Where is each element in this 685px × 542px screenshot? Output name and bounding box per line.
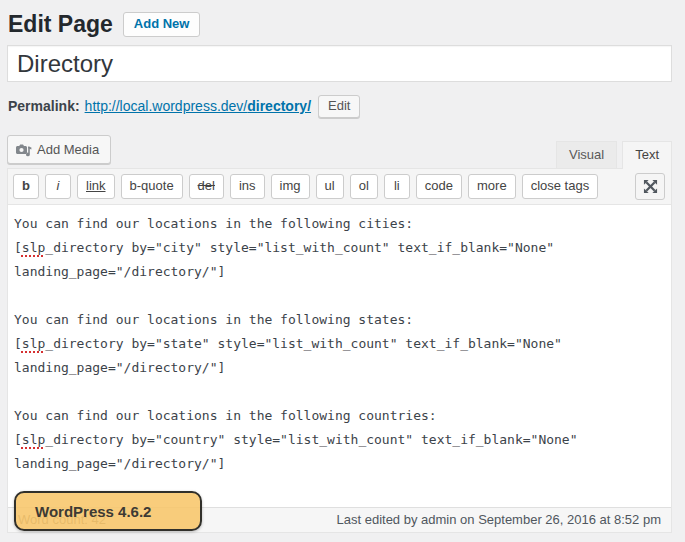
tab-text[interactable]: Text: [622, 141, 672, 169]
quicktag-b-quote[interactable]: b-quote: [121, 174, 183, 199]
editor-tools: Add Media VisualText: [7, 135, 672, 168]
edit-permalink-button[interactable]: Edit: [318, 95, 360, 118]
quicktag-img[interactable]: img: [271, 174, 310, 199]
edit-page-screen: Edit Page Add New Permalink: http://loca…: [0, 0, 685, 533]
wordpress-version-badge: WordPress 4.6.2: [14, 491, 202, 531]
tab-visual[interactable]: Visual: [556, 141, 617, 169]
quicktags-toolbar: bilinkb-quotedelinsimgulollicodemoreclos…: [8, 169, 671, 204]
page-title: Edit Page: [8, 10, 113, 38]
quicktag-code[interactable]: code: [416, 174, 462, 199]
quicktag-del[interactable]: del: [189, 174, 224, 199]
post-title-input[interactable]: [7, 45, 672, 82]
permalink-row: Permalink: http://local.wordpress.dev/di…: [8, 94, 672, 118]
page-header: Edit Page Add New: [7, 9, 672, 45]
add-media-button[interactable]: Add Media: [7, 135, 111, 164]
quicktag-ol[interactable]: ol: [350, 174, 378, 199]
permalink-url-prefix: http://local.wordpress.dev/: [85, 98, 248, 114]
add-new-button[interactable]: Add New: [123, 12, 201, 37]
quicktag-close-tags[interactable]: close tags: [522, 174, 599, 199]
quicktag-b[interactable]: b: [13, 174, 39, 199]
quicktag-link[interactable]: link: [77, 174, 115, 199]
fullscreen-icon: [643, 179, 658, 194]
permalink-label: Permalink:: [8, 98, 80, 114]
editor-tabs: VisualText: [556, 141, 672, 168]
last-edited-info: Last edited by admin on September 26, 20…: [337, 512, 662, 527]
permalink-link[interactable]: http://local.wordpress.dev/directory/: [85, 98, 311, 114]
fullscreen-button[interactable]: [635, 173, 665, 200]
quicktag-more[interactable]: more: [468, 174, 516, 199]
media-icon: [16, 143, 32, 157]
add-media-label: Add Media: [37, 141, 99, 158]
quicktag-ul[interactable]: ul: [316, 174, 344, 199]
quicktag-li[interactable]: li: [384, 174, 410, 199]
editor-box: bilinkb-quotedelinsimgulollicodemoreclos…: [7, 168, 672, 533]
editor-content[interactable]: You can find our locations in the follow…: [8, 204, 671, 507]
permalink-slug: directory/: [247, 98, 311, 114]
quicktag-i[interactable]: i: [45, 174, 71, 199]
quicktag-ins[interactable]: ins: [230, 174, 265, 199]
